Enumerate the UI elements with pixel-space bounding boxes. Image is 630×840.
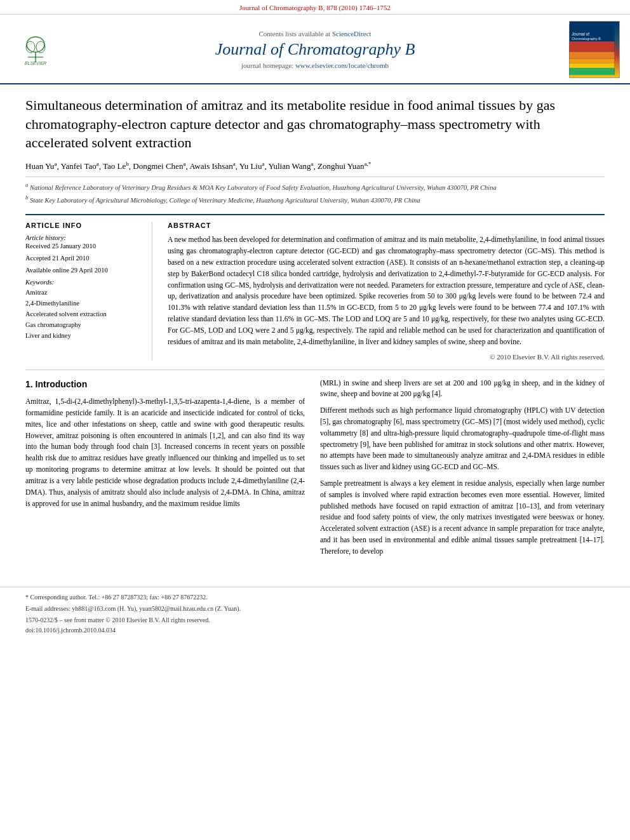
corresponding-author-note: * Corresponding author. Tel.: +86 27 872… [25, 592, 605, 602]
homepage-url[interactable]: www.elsevier.com/locate/chromb [295, 62, 389, 69]
svg-text:ELSEVIER: ELSEVIER [25, 61, 46, 65]
keywords-label: Keywords: [25, 279, 143, 286]
introduction-right-column: (MRL) in swine and sheep livers are set … [320, 378, 605, 563]
footer: * Corresponding author. Tel.: +86 27 872… [0, 587, 630, 634]
accepted-date: Accepted 21 April 2010 [25, 255, 143, 262]
journal-title: Journal of Chromatography B [69, 40, 561, 59]
issn-line: 1570-0232/$ – see front matter © 2010 El… [25, 615, 605, 625]
svg-rect-12 [570, 68, 615, 75]
article-info-heading: ARTICLE INFO [25, 222, 143, 229]
elsevier-logo-icon: ELSEVIER [13, 33, 58, 66]
article-info-column: ARTICLE INFO Article history: Received 2… [25, 222, 152, 360]
keyword-1: Amitraz [25, 288, 143, 298]
intro-para-right-1: (MRL) in swine and sheep livers are set … [320, 378, 605, 401]
svg-rect-11 [570, 63, 615, 68]
available-date: Available online 29 April 2010 [25, 267, 143, 274]
article-info-abstract-section: ARTICLE INFO Article history: Received 2… [25, 214, 605, 360]
journal-cover-image: Journal of Chromatography B [569, 21, 620, 78]
contents-line: Contents lists available at ScienceDirec… [69, 30, 561, 37]
history-label: Article history: [25, 234, 143, 241]
introduction-heading: 1. Introduction [25, 378, 305, 392]
svg-rect-9 [570, 52, 615, 59]
intro-para-right-3: Sample pretreatment is always a key elem… [320, 478, 605, 557]
main-content: Simultaneous determination of amitraz an… [0, 84, 630, 574]
sciencedirect-link[interactable]: ScienceDirect [332, 30, 372, 37]
journal-reference-text: Journal of Chromatography B, 878 (2010) … [239, 4, 391, 11]
affiliation-a: a National Reference Laboratory of Veter… [25, 181, 605, 192]
intro-para-1: Amitraz, 1,5-di-(2,4-dimethylphenyl)-3-m… [25, 396, 305, 509]
svg-text:Chromatography B: Chromatography B [572, 37, 601, 41]
affiliations: a National Reference Laboratory of Veter… [25, 177, 605, 206]
section-divider [25, 370, 605, 370]
svg-text:Journal of: Journal of [572, 32, 589, 36]
keyword-4: Gas chromatography [25, 320, 143, 331]
keyword-3: Accelerated solvent extraction [25, 309, 143, 320]
intro-para-right-2: Different methods such as high performan… [320, 405, 605, 473]
article-title: Simultaneous determination of amitraz an… [25, 96, 605, 152]
introduction-title: Introduction [36, 379, 88, 389]
received-date: Received 25 January 2010 [25, 243, 143, 250]
introduction-section: 1. Introduction Amitraz, 1,5-di-(2,4-dim… [25, 378, 605, 563]
authors-line: Huan Yua, Yanfei Taoa, Tao Leb, Dongmei … [25, 160, 605, 173]
svg-rect-8 [570, 41, 615, 51]
keyword-5: Liver and kidney [25, 331, 143, 342]
journal-homepage: journal homepage: www.elsevier.com/locat… [69, 62, 561, 69]
keywords-list: Amitraz 2,4-Dimethylaniline Accelerated … [25, 288, 143, 341]
svg-rect-10 [570, 59, 615, 63]
abstract-text: A new method has been developed for dete… [168, 234, 605, 347]
journal-reference-bar: Journal of Chromatography B, 878 (2010) … [0, 0, 630, 15]
copyright-line: © 2010 Elsevier B.V. All rights reserved… [168, 353, 605, 361]
introduction-left-column: 1. Introduction Amitraz, 1,5-di-(2,4-dim… [25, 378, 305, 563]
abstract-column: ABSTRACT A new method has been developed… [168, 222, 605, 360]
keyword-2: 2,4-Dimethylaniline [25, 298, 143, 309]
doi-line: doi:10.1016/j.jchromb.2010.04.034 [25, 627, 605, 634]
cover-graphic-icon: Journal of Chromatography B [567, 24, 617, 75]
header-center: Contents lists available at ScienceDirec… [69, 30, 561, 69]
affiliation-b: b State Key Laboratory of Agricultural M… [25, 194, 605, 205]
abstract-heading: ABSTRACT [168, 222, 605, 229]
elsevier-logo-container: ELSEVIER [10, 33, 61, 66]
journal-header: ELSEVIER Contents lists available at Sci… [0, 15, 630, 84]
email-line: E-mail addresses: yh881@163.com (H. Yu),… [25, 604, 605, 613]
